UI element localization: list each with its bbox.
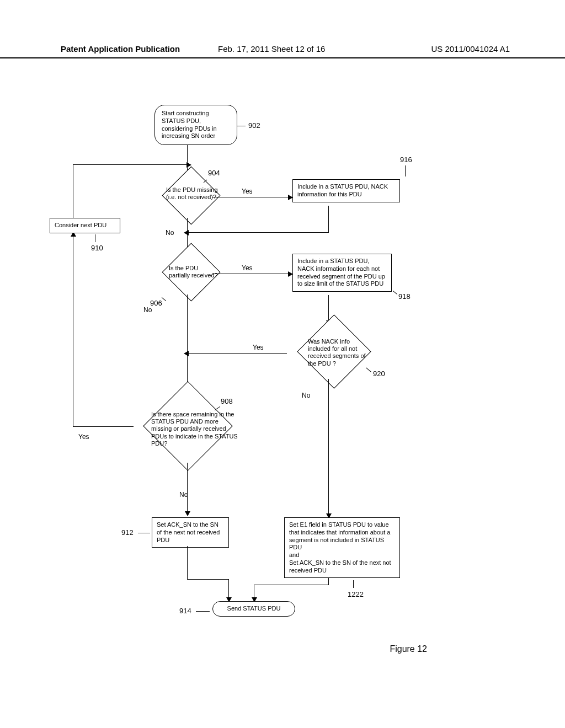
process-910: Consider next PDU bbox=[50, 218, 120, 233]
page: Patent Application Publication Feb. 17, … bbox=[0, 0, 565, 728]
label-906-yes: Yes bbox=[242, 264, 253, 272]
line-920-yes bbox=[188, 353, 287, 354]
line-904-yes bbox=[212, 197, 289, 197]
decision-920: Was NACK info included for all not recei… bbox=[287, 324, 381, 390]
decision-908-text: Is there space remaining in the STATUS P… bbox=[151, 411, 239, 447]
line-1222-end-h bbox=[254, 585, 329, 585]
line-feedback-top bbox=[73, 164, 188, 165]
label-920-no: No bbox=[302, 392, 310, 399]
process-1222: Set E1 field in STATUS PDU to value that… bbox=[284, 517, 400, 578]
ref-920: 920 bbox=[373, 370, 385, 378]
process-1222-text: Set E1 field in STATUS PDU to value that… bbox=[289, 521, 395, 574]
flowchart: Start constructing STATUS PDU, consideri… bbox=[66, 105, 463, 634]
line-912-end-v bbox=[187, 546, 188, 579]
line-916-down bbox=[328, 206, 329, 232]
process-916-text: Include in a STATUS PDU, NACK informatio… bbox=[297, 183, 395, 199]
figure-label: Figure 12 bbox=[390, 644, 427, 654]
line-910-up bbox=[73, 164, 73, 218]
process-918-text: Include in a STATUS PDU, NACK informatio… bbox=[297, 258, 387, 288]
line-904-no bbox=[187, 218, 188, 250]
arrow-916-join bbox=[184, 230, 189, 235]
leader-902 bbox=[237, 126, 246, 126]
line-906-yes bbox=[212, 274, 289, 274]
ref-914: 914 bbox=[179, 607, 191, 615]
ref-918: 918 bbox=[398, 292, 411, 301]
label-906-no: No bbox=[143, 306, 152, 314]
line-912-end-v2 bbox=[228, 579, 229, 598]
header-left: Patent Application Publication bbox=[61, 44, 180, 55]
line-1222-end-v bbox=[328, 578, 329, 585]
process-912: Set ACK_SN to the SN of the next not rec… bbox=[152, 517, 229, 548]
line-908-yes-v bbox=[73, 236, 73, 427]
header-right: US 2011/0041024 A1 bbox=[431, 44, 510, 55]
process-918: Include in a STATUS PDU, NACK informatio… bbox=[292, 254, 392, 292]
line-912-end-h bbox=[187, 579, 228, 580]
label-904-no: No bbox=[166, 229, 174, 237]
line-916-join bbox=[188, 232, 329, 233]
ref-1222: 1222 bbox=[348, 590, 364, 598]
leader-918 bbox=[393, 291, 397, 295]
ref-910: 910 bbox=[91, 244, 103, 252]
leader-1222 bbox=[353, 580, 354, 588]
arrow-920-yes bbox=[184, 351, 189, 356]
leader-914 bbox=[196, 611, 210, 612]
start-text: Start constructing STATUS PDU, consideri… bbox=[162, 110, 230, 140]
line-920-no bbox=[328, 379, 329, 515]
ref-904: 904 bbox=[208, 169, 220, 177]
leader-910 bbox=[95, 234, 95, 242]
start-terminator: Start constructing STATUS PDU, consideri… bbox=[154, 105, 237, 145]
line-908-no bbox=[187, 463, 188, 512]
arrow-908-no bbox=[185, 511, 190, 516]
process-916: Include in a STATUS PDU, NACK informatio… bbox=[292, 179, 400, 202]
page-header: Patent Application Publication Feb. 17, … bbox=[0, 43, 565, 58]
label-904-yes: Yes bbox=[242, 188, 253, 195]
process-912-text: Set ACK_SN to the SN of the next not rec… bbox=[157, 521, 224, 544]
leader-916 bbox=[405, 165, 406, 176]
line-918-920 bbox=[328, 295, 329, 322]
process-910-text: Consider next PDU bbox=[55, 222, 115, 229]
line-1222-end-v2 bbox=[254, 585, 254, 598]
label-908-yes: Yes bbox=[78, 433, 89, 441]
decision-906-text: Is the PDU partially received? bbox=[169, 265, 218, 279]
label-908-no: No bbox=[179, 491, 188, 499]
ref-902: 902 bbox=[248, 121, 260, 130]
ref-908: 908 bbox=[221, 397, 233, 405]
decision-904-text: Is the PDU missing (i.e. not received)? bbox=[166, 186, 221, 201]
line-906-no bbox=[187, 295, 188, 387]
end-terminator: Send STATUS PDU bbox=[212, 601, 295, 617]
decision-920-text: Was NACK info included for all not recei… bbox=[308, 338, 369, 367]
line-908-yes-h bbox=[73, 426, 134, 427]
label-920-yes: Yes bbox=[253, 344, 264, 351]
ref-912: 912 bbox=[121, 528, 134, 537]
leader-912 bbox=[138, 533, 150, 533]
ref-916: 916 bbox=[400, 156, 412, 164]
end-text: Send STATUS PDU bbox=[217, 605, 290, 613]
header-center: Feb. 17, 2011 Sheet 12 of 16 bbox=[218, 44, 325, 55]
